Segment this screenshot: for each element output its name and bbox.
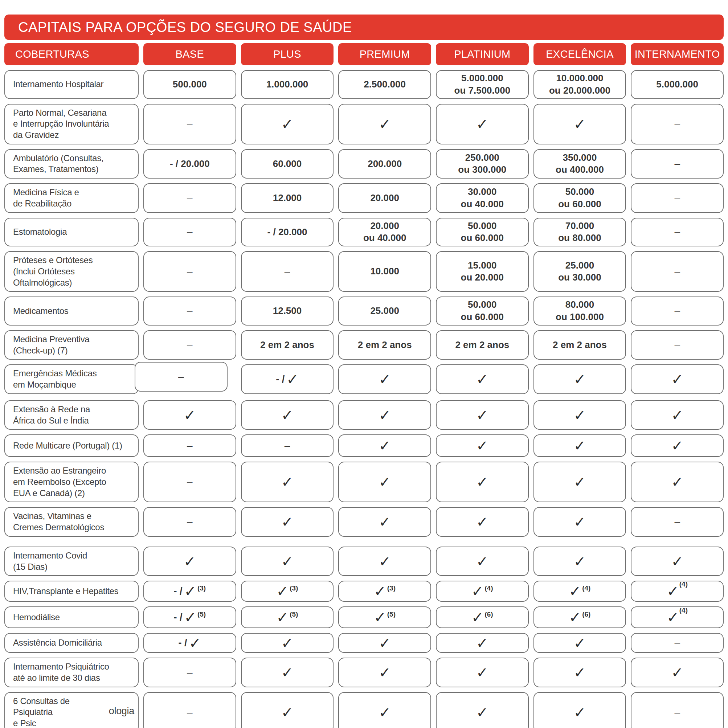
value-cell: 2 em 2 anos bbox=[534, 330, 626, 359]
check-icon: ✓ bbox=[281, 117, 294, 132]
value-cell: ✓ bbox=[338, 400, 431, 430]
value-cell: ✓ bbox=[631, 400, 723, 430]
check-icon: ✓ bbox=[379, 408, 391, 422]
dash-icon: – bbox=[187, 707, 193, 717]
value-cell: 2 em 2 anos bbox=[241, 330, 334, 359]
coverage-label: Emergências Médicasem Moçambique bbox=[5, 364, 139, 394]
coverage-label: Ambulatório (Consultas,Exames, Tratament… bbox=[5, 149, 139, 179]
value-cell: - / ✓ (3) bbox=[143, 581, 236, 602]
footnote-marker: (4) bbox=[485, 584, 493, 593]
dash-icon: – bbox=[187, 227, 193, 237]
value-cell: ✓ bbox=[338, 507, 431, 536]
value-cell: 50.000ou 60.000 bbox=[436, 218, 529, 247]
check-icon: ✓ bbox=[379, 665, 391, 680]
check-icon: ✓ bbox=[476, 636, 488, 650]
value-cell: – bbox=[135, 362, 228, 391]
value-cell: ✓ bbox=[436, 104, 529, 144]
value-cell: 25.000 bbox=[338, 297, 431, 326]
coverage-label: Medicamentos bbox=[5, 297, 139, 326]
value-cell: ✓ (4) bbox=[631, 581, 723, 602]
page-title-text: CAPITAIS PARA OPÇÕES DO SEGURO DE SAÚDE bbox=[18, 20, 352, 35]
dash-icon: – bbox=[284, 266, 290, 277]
value-cell: 60.000 bbox=[241, 149, 334, 179]
value-cell: ✓ bbox=[534, 434, 626, 457]
check-icon: ✓ bbox=[671, 438, 684, 453]
value-cell: – bbox=[143, 218, 236, 247]
check-icon: ✓ bbox=[379, 117, 391, 132]
value-cell: ✓ bbox=[534, 658, 626, 687]
value-cell: 10.000.000ou 20.000.000 bbox=[534, 70, 626, 99]
dash-slash-prefix: - / bbox=[173, 585, 182, 598]
coverage-label: Assistência Domiciliária bbox=[5, 633, 139, 653]
column-header-coberturas: COBERTURAS bbox=[5, 43, 139, 65]
value-cell: ✓ bbox=[338, 633, 431, 653]
coverage-label: Internamento Hospitalar bbox=[5, 70, 139, 99]
value-cell: ✓ bbox=[338, 434, 431, 457]
check-icon: ✓ bbox=[281, 515, 294, 529]
value-cell: ✓ bbox=[241, 546, 334, 576]
value-cell: – bbox=[143, 104, 236, 144]
value-cell: ✓ bbox=[338, 462, 431, 502]
table-header-row: COBERTURASBASEPLUSPREMIUMPLATINIUMEXCELÊ… bbox=[5, 43, 723, 65]
dash-icon: – bbox=[187, 667, 193, 678]
coverage-label: Extensão ao Estrangeiroem Reembolso (Exc… bbox=[5, 462, 139, 502]
value-cell: ✓ bbox=[338, 692, 431, 728]
value-cell: ✓ (6) bbox=[436, 606, 529, 628]
check-icon: ✓ bbox=[574, 554, 586, 569]
value-cell: - / 20.000 bbox=[241, 218, 334, 247]
check-icon: ✓ bbox=[281, 554, 294, 569]
footnote-marker: (6) bbox=[582, 610, 590, 619]
value-cell: – bbox=[143, 507, 236, 536]
value-cell: ✓ bbox=[241, 658, 334, 687]
value-cell: ✓ bbox=[143, 546, 236, 576]
footnote-marker: (6) bbox=[485, 610, 493, 619]
check-icon: ✓ bbox=[476, 705, 488, 720]
check-icon: ✓ bbox=[667, 610, 679, 625]
value-cell: ✓ bbox=[436, 692, 529, 728]
check-icon: ✓ bbox=[476, 117, 488, 132]
value-cell: 350.000ou 400.000 bbox=[534, 149, 626, 179]
value-cell: ✓ bbox=[534, 462, 626, 502]
coverage-label: HIV,Transplante e Hepatites bbox=[5, 581, 139, 602]
value-cell: ✓ bbox=[241, 462, 334, 502]
coverage-label: Medicina Física ede Reabilitação bbox=[5, 183, 139, 213]
value-cell: – bbox=[631, 330, 723, 359]
footnote-marker: (5) bbox=[387, 610, 396, 619]
dash-icon: – bbox=[187, 477, 193, 487]
check-icon: ✓ bbox=[379, 372, 391, 387]
value-cell: – bbox=[241, 434, 334, 457]
value-cell: ✓ (5) bbox=[338, 606, 431, 628]
value-cell: – bbox=[631, 297, 723, 326]
check-icon: ✓ bbox=[281, 408, 294, 422]
check-icon: ✓ bbox=[476, 408, 488, 422]
value-cell: ✓ bbox=[338, 658, 431, 687]
coverage-label: Próteses e Ortóteses(Inclui OrtótesesOft… bbox=[5, 251, 139, 292]
dash-icon: – bbox=[187, 306, 193, 316]
value-cell: 30.000ou 40.000 bbox=[436, 183, 529, 213]
value-cell: ✓ (6) bbox=[534, 606, 626, 628]
value-cell: 50.000ou 60.000 bbox=[436, 297, 529, 326]
value-cell: – bbox=[631, 251, 723, 292]
check-icon: ✓ bbox=[277, 584, 289, 598]
column-header-excelencia: EXCELÊNCIA bbox=[534, 43, 626, 65]
footnote-marker: (4) bbox=[679, 606, 688, 615]
dash-slash-prefix: - / bbox=[276, 373, 284, 386]
value-cell: ✓ (5) bbox=[241, 606, 334, 628]
value-cell: – bbox=[631, 183, 723, 213]
check-icon: ✓ bbox=[671, 475, 684, 489]
check-icon: ✓ bbox=[374, 584, 386, 598]
value-cell: ✓ bbox=[534, 104, 626, 144]
value-cell: – bbox=[143, 462, 236, 502]
dash-icon: – bbox=[178, 372, 184, 382]
value-cell: ✓ bbox=[241, 104, 334, 144]
check-icon: ✓ bbox=[471, 584, 484, 598]
page-title: CAPITAIS PARA OPÇÕES DO SEGURO DE SAÚDE bbox=[5, 15, 723, 40]
dash-icon: – bbox=[284, 440, 290, 451]
value-cell: ✓ bbox=[534, 633, 626, 653]
check-icon: ✓ bbox=[671, 554, 684, 569]
check-icon: ✓ bbox=[286, 372, 299, 387]
value-cell: - / ✓ (5) bbox=[143, 606, 236, 628]
value-cell: 10.000 bbox=[338, 251, 431, 292]
coverage-label: Estomatologia bbox=[5, 218, 139, 247]
check-icon: ✓ bbox=[379, 554, 391, 569]
